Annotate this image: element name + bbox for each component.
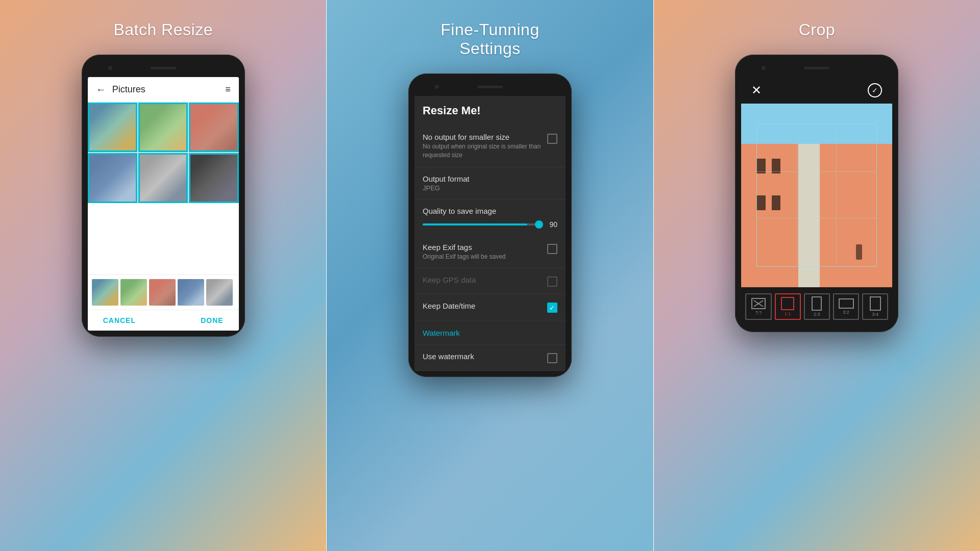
settings-header: Resize Me! [414,96,566,126]
watermark-label: Watermark [423,329,551,337]
photo-cell-2[interactable] [138,103,188,152]
selected-border [138,153,188,203]
settings-use-watermark[interactable]: Use watermark [414,345,566,371]
photo-cell-4[interactable] [88,153,137,203]
settings-screen-title: Resize Me! [423,104,557,117]
speaker-2 [477,86,503,88]
crop-ratio-bar: ?:? 1:1 2:3 3:2 [741,287,892,326]
quality-slider-container[interactable]: 90 [414,216,566,236]
output-format-label: Output format [423,174,551,183]
ratio-3-4[interactable]: 3:4 [862,293,888,320]
camera-icon-2 [435,85,439,89]
screen-settings: Resize Me! No output for smaller size No… [414,96,566,371]
thumb-1[interactable] [92,279,118,306]
thumb-4[interactable] [178,279,204,306]
no-output-text: No output for smaller size No output whe… [423,133,541,160]
menu-button[interactable]: ≡ [225,84,231,95]
no-output-checkbox[interactable] [547,134,557,144]
photo-cell-6[interactable] [189,153,238,203]
phone-3: ✕ ✓ [735,55,898,332]
thumb-5[interactable] [206,279,233,306]
ratio-free[interactable]: ?:? [745,293,771,320]
quality-label: Quality to save image [423,207,557,215]
watermark-section: Watermark [414,320,566,345]
thumb-3[interactable] [149,279,176,306]
output-format-text: Output format JPEG [423,174,551,192]
selected-border [138,103,188,152]
ratio-1-1[interactable]: 1:1 [775,293,801,320]
ratio-1-1-label: 1:1 [785,311,791,316]
photo-grid [88,103,239,203]
slider-track[interactable] [423,223,539,226]
ratio-2-3[interactable]: 2:3 [804,293,830,320]
crop-title: Crop [799,20,835,39]
slider-thumb[interactable] [535,220,543,229]
exif-sublabel: Original Exif tags will be saved [423,253,541,261]
use-watermark-checkbox[interactable] [547,353,557,363]
use-watermark-text: Use watermark [423,352,541,362]
ratio-portrait2-icon [870,296,881,311]
selected-border [88,153,137,203]
crop-topbar: ✕ ✓ [741,77,892,104]
thumb-2[interactable] [120,279,147,306]
selected-border [189,153,238,203]
speaker-3 [804,67,829,69]
crop-image-area[interactable] [741,104,892,287]
empty-area [88,203,239,274]
crop-panel: Crop ✕ ✓ [654,0,980,551]
selected-border [189,103,238,152]
slider-fill [423,223,527,226]
settings-datetime[interactable]: Keep Date/time [414,294,566,320]
crop-grid-h2 [757,218,876,218]
crop-overlay[interactable] [756,124,877,267]
batch-resize-title: Batch Resize [113,20,213,39]
crop-grid-v2 [836,124,837,266]
gps-text: Keep GPS data [423,276,541,285]
x-lines-icon [753,299,764,308]
speaker [151,67,176,69]
back-button[interactable]: ← [96,84,106,95]
gps-checkbox [547,277,557,287]
slider-value: 90 [545,220,557,229]
datetime-checkbox[interactable] [547,303,557,313]
quality-header: Quality to save image [414,199,566,215]
ratio-free-icon [751,298,766,309]
phone-notch-1 [88,61,239,75]
phone-1: ← Pictures ≡ [82,55,245,337]
crop-grid-v1 [797,124,797,266]
topbar-title: Pictures [112,84,225,95]
ratio-3-2[interactable]: 3:2 [833,293,859,320]
camera-icon [108,66,112,70]
phone-notch-2 [414,80,566,94]
fine-tuning-panel: Fine-Tunning Settings Resize Me! No outp… [327,0,653,551]
ratio-free-label: ?:? [755,310,762,315]
done-button[interactable]: DONE [201,316,223,324]
datetime-label: Keep Date/time [423,302,541,310]
phone-notch-3 [741,61,892,75]
settings-gps: Keep GPS data [414,268,566,294]
photo-cell-3[interactable] [189,103,238,152]
bottom-actions: CANCEL DONE [88,310,239,331]
settings-exif[interactable]: Keep Exif tags Original Exif tags will b… [414,236,566,269]
settings-output-format[interactable]: Output format JPEG [414,167,566,199]
screen-crop: ✕ ✓ [741,77,892,326]
camera-icon-3 [762,66,766,70]
ratio-3-4-label: 3:4 [872,312,878,317]
ratio-landscape-icon [839,298,854,309]
use-watermark-label: Use watermark [423,352,541,361]
close-button[interactable]: ✕ [751,83,762,97]
watermark-text: Watermark [423,329,551,337]
selected-border [88,103,137,152]
phone-2: Resize Me! No output for smaller size No… [408,73,572,377]
settings-no-output[interactable]: No output for smaller size No output whe… [414,126,566,167]
photo-cell-5[interactable] [138,153,188,203]
thumbnail-row [88,274,239,310]
photo-cell-1[interactable] [88,103,137,152]
confirm-button[interactable]: ✓ [868,83,882,97]
cancel-button[interactable]: CANCEL [103,316,136,324]
output-format-value: JPEG [423,184,551,192]
exif-checkbox[interactable] [547,244,557,254]
ratio-portrait-icon [812,296,822,311]
ratio-2-3-label: 2:3 [814,312,820,317]
ratio-square-icon [781,297,794,310]
